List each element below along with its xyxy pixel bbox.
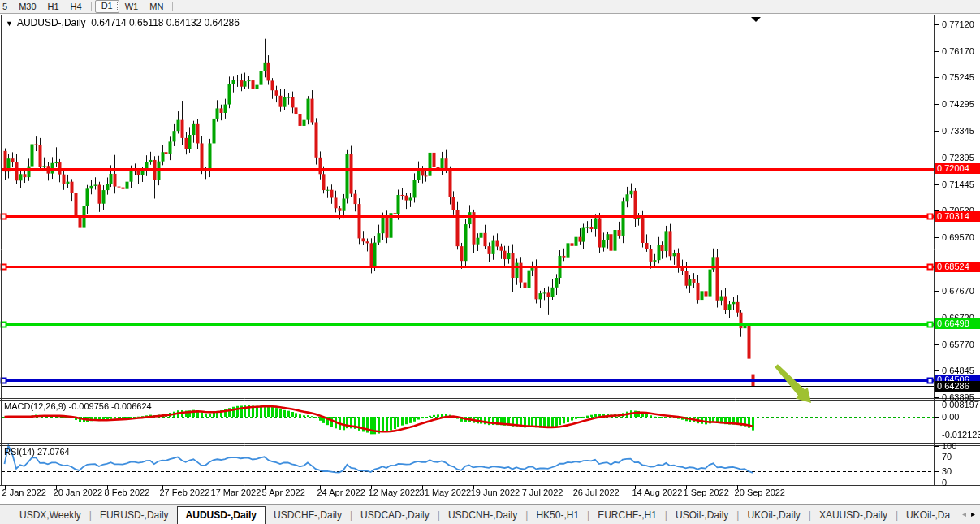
date-label: 26 Jul 2022 <box>573 487 620 497</box>
macd-tick: 0.00 <box>942 412 959 422</box>
tab-scroll-buttons: ◂ ▸ <box>951 505 980 523</box>
rsi-tick: 30 <box>942 466 952 476</box>
ohlc-low: 0.64132 <box>166 17 201 28</box>
chart-symbol-title: AUDUSD-,Daily <box>17 17 86 28</box>
date-label: 20 Jan 2022 <box>54 487 103 497</box>
date-label: 2 Jan 2022 <box>2 487 46 497</box>
tab-usdx-weekly[interactable]: USDX,Weekly <box>11 508 89 522</box>
tab-hk50-h1[interactable]: HK50-,H1 <box>528 508 587 522</box>
date-label: 24 Apr 2022 <box>317 487 365 497</box>
price-tick: 0.71445 <box>942 180 974 189</box>
price-tick: 0.76170 <box>942 46 974 56</box>
price-tick: 0.69570 <box>942 232 974 242</box>
timeframe-toolbar: 5M30H1H4D1W1MN <box>0 0 980 14</box>
rsi-label: RSI(14) 27.0764 <box>4 447 70 457</box>
hline-price-badge: 0.70314 <box>935 211 980 222</box>
tab-usdchf-daily[interactable]: USDCHF-,Daily <box>266 508 350 522</box>
price-tick: 0.67670 <box>942 286 974 296</box>
price-tick: 0.65770 <box>942 340 974 349</box>
macd-tick: 0.008197 <box>942 400 979 409</box>
macd-label: MACD(12,26,9) -0.009756 -0.006624 <box>4 401 152 411</box>
chart-dropdown-icon[interactable]: ▼ <box>6 19 13 28</box>
tab-eurusd-daily[interactable]: EURUSD-,Daily <box>92 508 177 522</box>
date-label: 31 May 2022 <box>420 487 472 497</box>
timeframe-button-w1[interactable]: W1 <box>119 0 145 13</box>
hline-price-badge: 0.72004 <box>935 163 980 174</box>
tab-eurchf-h1[interactable]: EURCHF-,H1 <box>589 508 665 522</box>
price-tick: 0.72395 <box>942 153 974 162</box>
price-tick: 0.75245 <box>942 72 974 82</box>
tab-ukoil-daily[interactable]: UKOil-,Daily <box>739 508 808 522</box>
tab-scroll-left-icon[interactable]: ◂ <box>962 510 966 518</box>
date-label: 27 Feb 2022 <box>160 487 210 497</box>
ohlc-high: 0.65118 <box>129 17 164 28</box>
price-tick: 0.74295 <box>942 99 974 109</box>
date-label: 5 Apr 2022 <box>262 487 305 497</box>
timeframe-button-mn[interactable]: MN <box>144 0 169 13</box>
mt4-window: 5M30H1H4D1W1MN ▼AUDUSD-,Daily 0.64714 0.… <box>0 0 980 524</box>
toolbar-separator <box>91 2 92 11</box>
toolbar-separator <box>172 2 173 11</box>
tab-usdcad-daily[interactable]: USDCAD-,Daily <box>352 508 438 522</box>
hline-price-badge: 0.66498 <box>935 318 980 329</box>
tab-xauusd-daily[interactable]: XAUUSD-,Daily <box>811 508 896 522</box>
tab-audusd-daily[interactable]: AUDUSD-,Daily <box>177 506 266 524</box>
date-label: 1 Sep 2022 <box>684 487 729 497</box>
tab-ukoil-da[interactable]: UKOil-,Da <box>898 508 958 522</box>
price-tick: 0.73345 <box>942 126 974 136</box>
timeframe-button-m30[interactable]: M30 <box>13 0 41 13</box>
hline-price-badge: 0.68524 <box>935 262 980 272</box>
tab-usdcnh-daily[interactable]: USDCNH-,Daily <box>440 508 525 522</box>
timeframe-button-d1[interactable]: D1 <box>95 0 119 13</box>
date-label: 8 Feb 2022 <box>105 487 150 497</box>
chart-canvas[interactable] <box>0 14 980 504</box>
current-price-badge: 0.64286 <box>935 381 980 392</box>
date-label: 20 Sep 2022 <box>735 487 785 497</box>
tab-usoil-daily[interactable]: USOil-,Daily <box>667 508 736 522</box>
symbol-tabbar: USDX,Weekly|EURUSD-,DailyAUDUSD-,DailyUS… <box>0 504 980 524</box>
timeframe-button-h1[interactable]: H1 <box>42 0 65 13</box>
rsi-tick: 70 <box>942 452 952 461</box>
rsi-tick: 0 <box>942 478 947 487</box>
price-tick: 0.77120 <box>942 19 974 29</box>
chart-header: ▼AUDUSD-,Daily 0.64714 0.65118 0.64132 0… <box>6 17 240 28</box>
ohlc-close: 0.64286 <box>205 17 240 28</box>
tab-scroll-right-icon[interactable]: ▸ <box>971 510 975 518</box>
timeframe-button-5[interactable]: 5 <box>0 0 13 13</box>
date-label: 7 Jul 2022 <box>522 487 563 497</box>
date-label: 14 Aug 2022 <box>632 487 683 497</box>
date-label: 17 Mar 2022 <box>211 487 261 497</box>
rsi-tick: 100 <box>942 441 956 451</box>
ohlc-open: 0.64714 <box>91 17 126 28</box>
date-label: 12 May 2022 <box>369 487 421 497</box>
price-axis: 0.771200.761700.752450.742950.733450.723… <box>935 14 980 504</box>
macd-tick: -0.012123 <box>942 430 980 440</box>
timeframe-button-h4[interactable]: H4 <box>65 0 88 13</box>
date-label: 19 Jun 2022 <box>471 487 520 497</box>
price-tick: 0.64845 <box>942 366 974 375</box>
